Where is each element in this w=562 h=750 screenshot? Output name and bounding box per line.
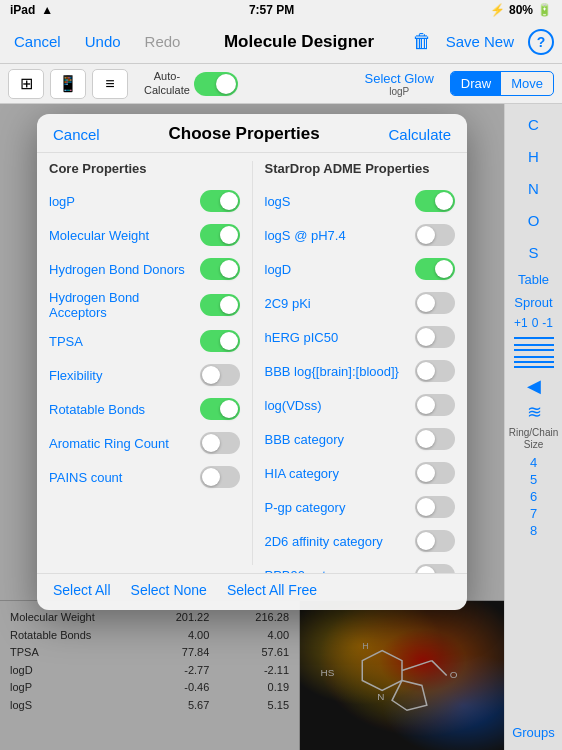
prop-name: Flexibility bbox=[49, 368, 200, 383]
auto-calculate-group: Auto-Calculate bbox=[144, 70, 238, 96]
triple-bond-icon[interactable] bbox=[514, 355, 554, 369]
sidebar-element-N[interactable]: N bbox=[516, 174, 552, 202]
modal-columns: Core Properties logP Molecular Weight Hy… bbox=[37, 153, 467, 573]
prop-toggle[interactable] bbox=[200, 294, 240, 316]
select-all-free-button[interactable]: Select All Free bbox=[227, 582, 317, 598]
sidebar-sprout-button[interactable]: Sprout bbox=[510, 293, 556, 312]
charge-zero-button[interactable]: 0 bbox=[532, 316, 539, 330]
charge-plus-button[interactable]: +1 bbox=[514, 316, 528, 330]
core-prop-row: logP bbox=[49, 188, 240, 214]
groups-button[interactable]: Groups bbox=[512, 725, 555, 740]
wavy-bond-icon[interactable]: ≋ bbox=[527, 401, 541, 423]
prop-name: PAINS count bbox=[49, 470, 200, 485]
save-new-button[interactable]: Save New bbox=[440, 29, 520, 54]
prop-toggle[interactable] bbox=[415, 462, 455, 484]
modal-header: Cancel Choose Properties Calculate bbox=[37, 114, 467, 153]
ring-size-4[interactable]: 4 bbox=[530, 455, 537, 470]
sidebar-charge-buttons: +1 0 -1 bbox=[514, 316, 553, 330]
prop-toggle[interactable] bbox=[415, 428, 455, 450]
sidebar-element-O[interactable]: O bbox=[516, 206, 552, 234]
modal-title: Choose Properties bbox=[169, 124, 320, 144]
prop-toggle[interactable] bbox=[415, 292, 455, 314]
double-bond-icon[interactable] bbox=[514, 343, 554, 352]
ring-size-8[interactable]: 8 bbox=[530, 523, 537, 538]
page-title: Molecule Designer bbox=[186, 32, 411, 52]
draw-button[interactable]: Draw bbox=[451, 72, 501, 95]
single-bond-icon[interactable] bbox=[514, 337, 554, 339]
prop-toggle[interactable] bbox=[200, 398, 240, 420]
sidebar-table-button[interactable]: Table bbox=[514, 270, 553, 289]
prop-toggle[interactable] bbox=[200, 432, 240, 454]
prop-toggle[interactable] bbox=[200, 190, 240, 212]
sidebar-element-S[interactable]: S bbox=[516, 238, 552, 266]
core-prop-row: Aromatic Ring Count bbox=[49, 430, 240, 456]
prop-toggle[interactable] bbox=[415, 360, 455, 382]
prop-toggle[interactable] bbox=[415, 394, 455, 416]
core-prop-row: PAINS count bbox=[49, 464, 240, 490]
stardrop-prop-row: 2C9 pKi bbox=[265, 290, 456, 316]
prop-toggle[interactable] bbox=[415, 190, 455, 212]
prop-toggle[interactable] bbox=[415, 258, 455, 280]
undo-button[interactable]: Undo bbox=[79, 29, 127, 54]
help-button[interactable]: ? bbox=[528, 29, 554, 55]
move-button[interactable]: Move bbox=[501, 72, 553, 95]
select-glow-sub: logP bbox=[389, 86, 409, 97]
stereo-arrow-icon[interactable]: ◀ bbox=[527, 375, 541, 397]
prop-name: 2D6 affinity category bbox=[265, 534, 416, 549]
bluetooth-icon: ⚡ bbox=[490, 3, 505, 17]
toolbar-icons: ⊞ 📱 ≡ bbox=[8, 69, 128, 99]
prop-toggle[interactable] bbox=[415, 224, 455, 246]
tablet-icon-button[interactable]: 📱 bbox=[50, 69, 86, 99]
prop-name: logD bbox=[265, 262, 416, 277]
prop-toggle[interactable] bbox=[415, 326, 455, 348]
prop-name: Rotatable Bonds bbox=[49, 402, 200, 417]
core-prop-row: Rotatable Bonds bbox=[49, 396, 240, 422]
prop-toggle[interactable] bbox=[415, 564, 455, 573]
ring-sizes: 4 5 6 7 8 bbox=[530, 455, 537, 538]
ring-size-7[interactable]: 7 bbox=[530, 506, 537, 521]
prop-name: Aromatic Ring Count bbox=[49, 436, 200, 451]
auto-calc-toggle[interactable] bbox=[194, 72, 238, 96]
prop-name: Hydrogen Bond Donors bbox=[49, 262, 200, 277]
charge-minus-button[interactable]: -1 bbox=[542, 316, 553, 330]
prop-name: HIA category bbox=[265, 466, 416, 481]
prop-name: PPB90 category bbox=[265, 568, 416, 574]
select-none-button[interactable]: Select None bbox=[131, 582, 207, 598]
ring-size-6[interactable]: 6 bbox=[530, 489, 537, 504]
trash-icon[interactable]: 🗑 bbox=[412, 30, 432, 53]
prop-name: logP bbox=[49, 194, 200, 209]
prop-toggle[interactable] bbox=[200, 466, 240, 488]
grid-icon-button[interactable]: ⊞ bbox=[8, 69, 44, 99]
prop-toggle[interactable] bbox=[200, 364, 240, 386]
select-all-button[interactable]: Select All bbox=[53, 582, 111, 598]
stardrop-properties-column: StarDrop ADME Properties logS logS @ pH7… bbox=[252, 161, 468, 565]
modal-overlay: Cancel Choose Properties Calculate Core … bbox=[0, 104, 504, 750]
prop-toggle[interactable] bbox=[415, 496, 455, 518]
time-label: 7:57 PM bbox=[249, 3, 294, 17]
stardrop-prop-row: logS bbox=[265, 188, 456, 214]
prop-toggle[interactable] bbox=[200, 224, 240, 246]
core-prop-row: Flexibility bbox=[49, 362, 240, 388]
prop-toggle[interactable] bbox=[200, 258, 240, 280]
redo-button[interactable]: Redo bbox=[139, 29, 187, 54]
cancel-button[interactable]: Cancel bbox=[8, 29, 67, 54]
draw-move-group: Draw Move bbox=[450, 71, 554, 96]
modal-calculate-button[interactable]: Calculate bbox=[388, 126, 451, 143]
stardrop-prop-row: HIA category bbox=[265, 460, 456, 486]
ring-size-5[interactable]: 5 bbox=[530, 472, 537, 487]
stardrop-prop-row: BBB log{[brain]:[blood]} bbox=[265, 358, 456, 384]
prop-name: BBB log{[brain]:[blood]} bbox=[265, 364, 416, 379]
content-area: Cancel Choose Properties Calculate Core … bbox=[0, 104, 504, 750]
sidebar-element-C[interactable]: C bbox=[516, 110, 552, 138]
prop-toggle[interactable] bbox=[415, 530, 455, 552]
sidebar-element-H[interactable]: H bbox=[516, 142, 552, 170]
select-glow-button[interactable]: Select Glow bbox=[364, 71, 433, 86]
battery-label: 80% bbox=[509, 3, 533, 17]
status-bar: iPad ▲ 7:57 PM ⚡ 80% 🔋 bbox=[0, 0, 562, 20]
stardrop-prop-row: P-gp category bbox=[265, 494, 456, 520]
prop-name: P-gp category bbox=[265, 500, 416, 515]
list-icon-button[interactable]: ≡ bbox=[92, 69, 128, 99]
modal-cancel-button[interactable]: Cancel bbox=[53, 126, 100, 143]
prop-toggle[interactable] bbox=[200, 330, 240, 352]
prop-name: hERG pIC50 bbox=[265, 330, 416, 345]
